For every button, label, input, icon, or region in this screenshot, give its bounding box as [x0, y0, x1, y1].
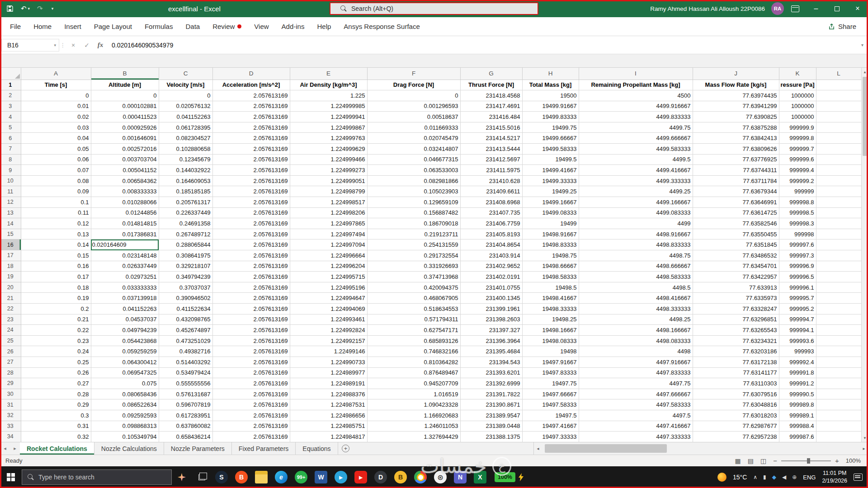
- cell[interactable]: [816, 421, 861, 432]
- cell[interactable]: Thrust Force [N]: [460, 80, 522, 90]
- cell[interactable]: 77.63454701: [693, 261, 779, 272]
- cell[interactable]: 4498.083333: [579, 335, 693, 346]
- cell[interactable]: 19497.91667: [522, 357, 579, 367]
- cell[interactable]: 0.059259259: [91, 346, 159, 357]
- cell[interactable]: 0.308641975: [159, 250, 212, 261]
- cell[interactable]: 1.224999867: [290, 122, 367, 133]
- cell[interactable]: 0.164609053: [159, 175, 212, 186]
- cell[interactable]: 1.224989191: [290, 378, 367, 389]
- cell[interactable]: 77.63203186: [693, 346, 779, 357]
- cell[interactable]: 19498.33333: [522, 303, 579, 314]
- cell[interactable]: 2.057613169: [212, 101, 290, 112]
- task-view-icon[interactable]: [192, 474, 212, 480]
- ribbon-tab-review[interactable]: Review: [206, 17, 248, 36]
- cell[interactable]: 999998: [779, 229, 816, 239]
- minimize-button[interactable]: –: [806, 0, 826, 17]
- cell[interactable]: [816, 90, 861, 101]
- sheet-tab-equations[interactable]: Equations: [296, 442, 338, 455]
- cell[interactable]: 4499.083333: [579, 207, 693, 218]
- cell[interactable]: 231402.9652: [460, 261, 522, 272]
- cell[interactable]: 999987.6: [779, 432, 816, 442]
- cell[interactable]: 19497.41667: [522, 421, 579, 432]
- cell[interactable]: 0.001646091: [91, 133, 159, 144]
- cell[interactable]: 0.098868313: [91, 421, 159, 432]
- cell[interactable]: 999994.1: [779, 325, 816, 336]
- cell[interactable]: 2.057613169: [212, 399, 290, 410]
- column-header-E[interactable]: E: [290, 68, 367, 80]
- cell[interactable]: [816, 112, 861, 122]
- cell[interactable]: 1.246011053: [367, 421, 460, 432]
- cell[interactable]: 0.02: [21, 112, 91, 122]
- cell[interactable]: 4499.333333: [579, 175, 693, 186]
- cell[interactable]: 999999.4: [779, 165, 816, 176]
- cell[interactable]: 2.057613169: [212, 346, 290, 357]
- cell[interactable]: [816, 303, 861, 314]
- cell[interactable]: 231392.6999: [460, 378, 522, 389]
- edge-icon[interactable]: e: [271, 466, 291, 488]
- cell[interactable]: [816, 175, 861, 186]
- row-header-4[interactable]: 4: [0, 112, 21, 122]
- cell[interactable]: 4499.166667: [579, 197, 693, 208]
- cell[interactable]: 77.63776925: [693, 154, 779, 165]
- column-header-A[interactable]: A: [21, 68, 91, 80]
- cell[interactable]: 0.390946502: [159, 293, 212, 304]
- cell[interactable]: 4498.25: [579, 314, 693, 325]
- cell[interactable]: 19498.91667: [522, 229, 579, 239]
- cell[interactable]: 77.63582546: [693, 218, 779, 229]
- cell[interactable]: 77.63234321: [693, 335, 779, 346]
- mic-icon[interactable]: ▮: [763, 474, 766, 480]
- file-explorer-icon[interactable]: [251, 466, 271, 488]
- qat-customize-icon[interactable]: ▾: [50, 6, 54, 11]
- cell[interactable]: 77.62987677: [693, 421, 779, 432]
- cell[interactable]: [816, 272, 861, 282]
- cell[interactable]: Time [s]: [21, 80, 91, 90]
- cell[interactable]: 999989.1: [779, 410, 816, 421]
- zoom-out-icon[interactable]: −: [773, 457, 777, 465]
- row-header-34[interactable]: 34: [0, 432, 21, 442]
- cell[interactable]: 2.057613169: [212, 144, 290, 155]
- cell[interactable]: 2.057613169: [212, 154, 290, 165]
- ribbon-tab-ansys-response-surface[interactable]: Ansys Response Surface: [337, 17, 426, 36]
- zoom-in-icon[interactable]: +: [835, 457, 839, 465]
- cell[interactable]: 0.468067905: [367, 293, 460, 304]
- sheet-tab-rocket-calculations[interactable]: Rocket Calculations: [20, 442, 94, 455]
- cell[interactable]: 4497.916667: [579, 357, 693, 367]
- cell[interactable]: 1.224997094: [290, 239, 367, 250]
- cell[interactable]: 77.62957238: [693, 432, 779, 442]
- cell[interactable]: 19498.75: [522, 250, 579, 261]
- cell[interactable]: 77.63550455: [693, 229, 779, 239]
- cell[interactable]: 0.054423868: [91, 335, 159, 346]
- cell[interactable]: 19500: [522, 90, 579, 101]
- row-header-11[interactable]: 11: [0, 186, 21, 197]
- cell[interactable]: 0.000411523: [91, 112, 159, 122]
- cell[interactable]: 0.452674897: [159, 325, 212, 336]
- cell[interactable]: [816, 207, 861, 218]
- cell[interactable]: 0.514403292: [159, 357, 212, 367]
- cell[interactable]: 1.224999273: [290, 165, 367, 176]
- cell[interactable]: 999998.8: [779, 197, 816, 208]
- zoom-slider[interactable]: [781, 460, 831, 461]
- cell[interactable]: 2.057613169: [212, 229, 290, 239]
- cell[interactable]: 1.224992824: [290, 325, 367, 336]
- cell[interactable]: 0.06: [21, 154, 91, 165]
- cell[interactable]: 77.63974435: [693, 90, 779, 101]
- cell[interactable]: [816, 410, 861, 421]
- cell[interactable]: 4500: [579, 90, 693, 101]
- column-header-G[interactable]: G: [460, 68, 522, 80]
- cell[interactable]: 77.63809626: [693, 144, 779, 155]
- cell[interactable]: 231393.6201: [460, 367, 522, 378]
- cell[interactable]: 0.105023903: [367, 186, 460, 197]
- column-header-D[interactable]: D: [212, 68, 290, 80]
- cell[interactable]: 19497.5: [522, 410, 579, 421]
- cell[interactable]: 2.057613169: [212, 357, 290, 367]
- redo-icon[interactable]: ↷: [37, 5, 43, 13]
- cell[interactable]: 4498: [579, 346, 693, 357]
- chatgpt-icon[interactable]: ⊛: [430, 466, 450, 488]
- cell[interactable]: 1.224984817: [290, 432, 367, 442]
- row-header-22[interactable]: 22: [0, 303, 21, 314]
- row-header-2[interactable]: 2: [0, 90, 21, 101]
- cell[interactable]: 0.017386831: [91, 229, 159, 239]
- scroll-left-icon[interactable]: ◂: [534, 446, 542, 451]
- cell[interactable]: 19499.5: [522, 154, 579, 165]
- cell[interactable]: 4499.666667: [579, 133, 693, 144]
